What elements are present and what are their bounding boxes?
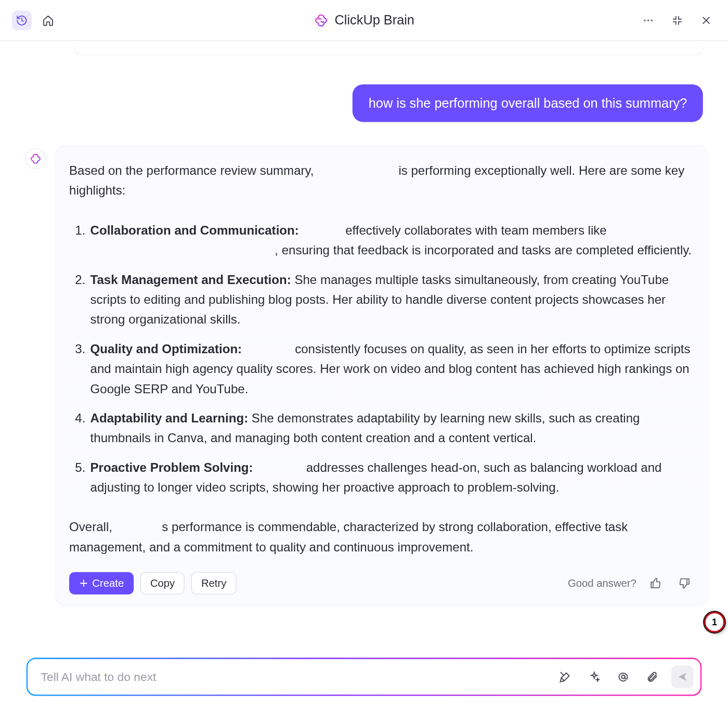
user-message-text: how is she performing overall based on t… bbox=[369, 96, 687, 110]
svg-point-1 bbox=[647, 19, 649, 21]
outro-after: s performance is commendable, characteri… bbox=[69, 520, 628, 554]
svg-point-2 bbox=[651, 19, 653, 21]
plus-icon bbox=[79, 579, 88, 588]
at-icon bbox=[617, 671, 629, 683]
brain-avatar-icon bbox=[30, 153, 42, 165]
assistant-intro: Based on the performance review summary,… bbox=[69, 161, 694, 201]
thumbs-down-icon bbox=[679, 577, 691, 589]
assistant-message-bubble: Based on the performance review summary,… bbox=[55, 146, 708, 606]
send-icon bbox=[677, 672, 687, 682]
composer-input[interactable] bbox=[41, 670, 555, 684]
user-message-row: how is she performing overall based on t… bbox=[25, 84, 708, 122]
assistant-outro: Overall, s performance is commendable, c… bbox=[69, 518, 694, 558]
highlight-title-1: Collaboration and Communication: bbox=[90, 223, 299, 237]
tools-button[interactable] bbox=[555, 667, 575, 687]
close-icon bbox=[701, 15, 711, 25]
retry-label: Retry bbox=[201, 577, 226, 589]
header-left bbox=[12, 10, 58, 30]
highlight-title-3: Quality and Optimization: bbox=[90, 342, 242, 356]
svg-point-8 bbox=[621, 675, 625, 679]
highlight-item-5: Proactive Problem Solving: addresses cha… bbox=[89, 458, 694, 498]
retry-button[interactable]: Retry bbox=[191, 572, 236, 595]
marker-number: 1 bbox=[712, 617, 717, 628]
paperclip-icon bbox=[646, 671, 658, 683]
svg-line-7 bbox=[561, 673, 564, 676]
thumbs-down-button[interactable] bbox=[674, 574, 694, 594]
assistant-avatar bbox=[25, 148, 46, 170]
history-button[interactable] bbox=[12, 10, 32, 30]
send-button[interactable] bbox=[671, 666, 694, 688]
create-button[interactable]: Create bbox=[69, 572, 134, 595]
sparkle-icon bbox=[588, 671, 600, 683]
composer-area bbox=[0, 648, 728, 708]
chat-content: how is she performing overall based on t… bbox=[0, 41, 728, 648]
highlight-item-2: Task Management and Execution: She manag… bbox=[89, 270, 694, 330]
intro-before: Based on the performance review summary, bbox=[69, 163, 314, 177]
thumbs-up-button[interactable] bbox=[646, 574, 666, 594]
highlights-list: Collaboration and Communication: effecti… bbox=[69, 221, 694, 498]
highlight-item-1: Collaboration and Communication: effecti… bbox=[89, 221, 694, 261]
copy-label: Copy bbox=[150, 577, 175, 589]
composer-border bbox=[27, 658, 702, 696]
highlight-title-5: Proactive Problem Solving: bbox=[90, 460, 253, 474]
page-title: ClickUp Brain bbox=[334, 12, 414, 28]
previous-message-edge bbox=[74, 47, 704, 55]
feedback-group: Good answer? bbox=[568, 574, 694, 594]
collapse-icon bbox=[672, 15, 682, 25]
highlight-item-3: Quality and Optimization: consistently f… bbox=[89, 339, 694, 400]
user-message-bubble: how is she performing overall based on t… bbox=[353, 84, 703, 122]
highlight-title-2: Task Management and Execution: bbox=[90, 273, 291, 287]
brain-logo-icon bbox=[314, 13, 328, 28]
header-right bbox=[639, 10, 716, 30]
home-icon bbox=[42, 14, 54, 26]
outro-before: Overall, bbox=[69, 520, 112, 534]
assistant-message-row: Based on the performance review summary,… bbox=[25, 146, 708, 606]
header-title-group: ClickUp Brain bbox=[314, 12, 414, 28]
more-options-button[interactable] bbox=[639, 10, 658, 30]
composer-tools bbox=[555, 666, 694, 688]
close-button[interactable] bbox=[696, 10, 716, 30]
dots-horizontal-icon bbox=[642, 14, 654, 26]
highlight-item-4: Adaptability and Learning: She demonstra… bbox=[89, 408, 694, 448]
app-header: ClickUp Brain bbox=[0, 0, 728, 41]
history-icon bbox=[16, 14, 28, 26]
highlight-title-4: Adaptability and Learning: bbox=[90, 411, 249, 425]
attach-button[interactable] bbox=[642, 667, 662, 687]
copy-button[interactable]: Copy bbox=[140, 572, 185, 595]
home-button[interactable] bbox=[38, 10, 58, 30]
tools-icon bbox=[560, 671, 571, 683]
highlight-body-1b: , ensuring that feedback is incorporated… bbox=[275, 243, 692, 258]
create-label: Create bbox=[92, 577, 124, 589]
thumbs-up-icon bbox=[649, 577, 661, 589]
highlight-body-1a: effectively collaborates with team membe… bbox=[345, 223, 607, 237]
annotation-marker: 1 bbox=[704, 612, 725, 633]
collapse-button[interactable] bbox=[667, 10, 687, 30]
composer[interactable] bbox=[28, 659, 700, 694]
ai-sparkle-button[interactable] bbox=[584, 667, 604, 687]
svg-point-0 bbox=[644, 19, 645, 21]
message-actions: Create Copy Retry Good answer? bbox=[69, 572, 694, 595]
feedback-label: Good answer? bbox=[568, 575, 636, 591]
mention-button[interactable] bbox=[613, 667, 633, 687]
